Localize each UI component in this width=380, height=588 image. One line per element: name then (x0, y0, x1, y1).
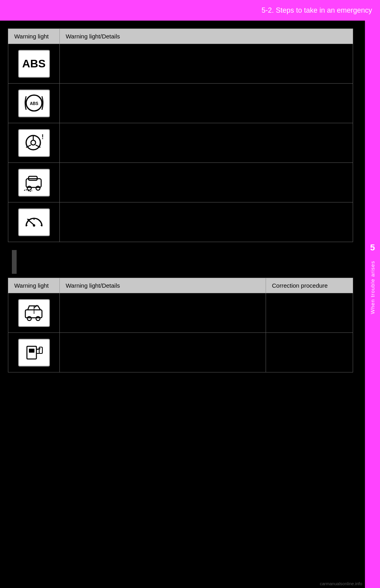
table-row: ABS (8, 84, 353, 123)
car-open-svg (22, 302, 46, 324)
svg-point-20 (36, 317, 40, 321)
table2-col3-header: Correction procedure (266, 278, 353, 293)
table2-col1-header: Warning light (8, 278, 60, 293)
icon-cell-traction (8, 163, 60, 202)
steering-icon-box: ! (18, 129, 50, 157)
gauge-icon-box (18, 208, 50, 236)
fuel-details (60, 333, 266, 372)
warning-table-2: Warning light Warning light/Details Corr… (8, 278, 353, 372)
main-content: Warning light Warning light/Details ABS (0, 21, 365, 388)
fuel-icon-box (18, 339, 50, 367)
icon-cell-fuel (8, 333, 60, 372)
icon-cell-abs: ABS (8, 44, 60, 84)
svg-point-14 (33, 224, 35, 227)
table-row (8, 333, 353, 372)
svg-text:!: ! (42, 134, 44, 140)
right-sidebar: 5 When trouble arises (365, 21, 380, 588)
svg-point-19 (27, 317, 31, 321)
fuel-svg (22, 342, 46, 363)
header-title: 5-2. Steps to take in an emergency (262, 6, 372, 15)
steering-svg: ! (22, 132, 46, 154)
fuel-correction (266, 333, 353, 372)
warning-table-1: Warning light Warning light/Details ABS (8, 29, 353, 242)
icon-cell-abs-circle: ABS (8, 84, 60, 123)
icon-cell-steering: ! (8, 123, 60, 163)
table1-col1-header: Warning light (8, 29, 60, 44)
table2-col2-header: Warning light/Details (60, 278, 266, 293)
svg-point-10 (27, 186, 31, 190)
traction-details (60, 163, 353, 202)
table-row (8, 163, 353, 202)
svg-point-11 (36, 186, 40, 190)
svg-rect-25 (29, 349, 34, 353)
svg-rect-24 (39, 347, 42, 353)
traction-icon-box (18, 169, 50, 197)
svg-line-12 (28, 220, 34, 225)
gauge-details (60, 202, 353, 242)
abs-text-icon: ABS (22, 57, 46, 70)
sidebar-number: 5 (370, 242, 375, 253)
svg-text:ABS: ABS (30, 101, 38, 106)
abs-circle-icon-box: ABS (18, 90, 50, 117)
gauge-svg (22, 211, 46, 233)
sidebar-label: When trouble arises (370, 261, 376, 314)
abs-circle-details (60, 84, 353, 123)
table-row (8, 202, 353, 242)
top-header: 5-2. Steps to take in an emergency (0, 0, 380, 21)
steering-details (60, 123, 353, 163)
table-row: ! (8, 123, 353, 163)
svg-point-3 (31, 140, 36, 145)
watermark: carmanualsonline.info (320, 581, 362, 586)
table-row (8, 293, 353, 333)
table-row: ABS (8, 44, 353, 84)
abs-circle-svg: ABS (22, 92, 46, 114)
car-open-correction (266, 293, 353, 333)
car-open-icon-box (18, 299, 50, 327)
svg-line-23 (36, 349, 40, 349)
abs-icon-box: ABS (18, 50, 50, 78)
icon-cell-car-open (8, 293, 60, 333)
car-open-details (60, 293, 266, 333)
traction-svg (22, 172, 46, 193)
abs-details (60, 44, 353, 84)
section-separator (12, 250, 17, 274)
icon-cell-gauge (8, 202, 60, 242)
table1-col2-header: Warning light/Details (60, 29, 353, 44)
